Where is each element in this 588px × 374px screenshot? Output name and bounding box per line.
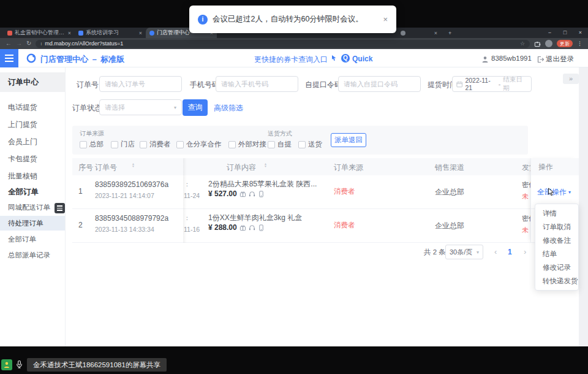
sidebar-item-batch-verify[interactable]: 批量核销 xyxy=(0,168,65,184)
browser-tab-gift-marketing[interactable]: 礼盒营销中心管理中心 × xyxy=(4,28,75,38)
checkbox-icon[interactable] xyxy=(80,141,87,148)
pickup-code-input[interactable] xyxy=(338,76,421,92)
checkbox-icon[interactable] xyxy=(228,141,236,148)
col-seq: 序号 xyxy=(78,162,93,173)
tab-label: 系统培训学习 xyxy=(86,29,137,37)
site-info-icon[interactable]: i xyxy=(40,41,42,47)
sidebar-item-hq-dispatch-log[interactable]: 总部派单记录 xyxy=(0,248,65,262)
menu-item-close-order[interactable]: 结单 xyxy=(535,247,578,261)
logout-button[interactable]: 退出登录 xyxy=(546,55,574,64)
date-range-picker[interactable]: 2022-11-21 - 结束日期 xyxy=(452,76,532,92)
row-source-badge: 消费者 xyxy=(334,187,355,196)
search-button[interactable]: 查询 xyxy=(183,99,208,116)
end-date-placeholder[interactable]: 结束日期 xyxy=(503,75,527,93)
checkbox-icon[interactable] xyxy=(140,141,147,148)
table-row[interactable]: 2 83859345088979792a 2023-11-13 14:33:34… xyxy=(72,209,530,243)
chevron-down-icon: ▾ xyxy=(174,105,176,110)
browser-menu-icon[interactable]: ⋮ xyxy=(577,40,582,47)
sort-icon[interactable]: ▲▼ xyxy=(132,162,135,167)
dispatch-return-button[interactable]: 派单退回 xyxy=(331,133,366,147)
phone-input[interactable] xyxy=(216,76,298,92)
checkbox-icon[interactable] xyxy=(298,141,306,148)
close-icon[interactable]: × xyxy=(383,15,388,24)
right-gutter xyxy=(579,67,588,346)
collapse-panel-button[interactable]: » xyxy=(563,74,579,84)
service-headset-icon xyxy=(249,224,255,231)
page-size-select[interactable]: 30条/页 ▾ xyxy=(445,245,483,259)
page-number[interactable]: 1 xyxy=(508,248,512,256)
url-text: md.maboy.cn/AllOrder?status=1 xyxy=(45,40,517,47)
checkbox-warehouse-share[interactable]: 仓分享合作 xyxy=(176,140,222,149)
checkbox-self-pickup[interactable]: 自提 xyxy=(268,140,292,149)
sidebar-group-all-orders[interactable]: 全部订单 xyxy=(0,184,65,200)
menu-item-cancel-order[interactable]: 订单取消 xyxy=(535,220,578,234)
checkbox-external[interactable]: 外部对接 xyxy=(228,140,266,149)
browser-tab-partial[interactable]: × xyxy=(397,28,441,38)
reload-icon[interactable]: ↻ xyxy=(26,38,31,49)
tab-label: 礼盒营销中心管理中心 xyxy=(15,29,66,37)
quick-q-icon[interactable]: Q xyxy=(341,54,350,63)
prev-page-icon[interactable]: ‹ xyxy=(494,247,497,256)
row-content: 2份精品大果85苹果礼盒装 陕西... xyxy=(208,179,317,189)
table-row[interactable]: 1 83859389251069376a 2023-11-21 14:14:07… xyxy=(72,175,530,209)
order-status-select[interactable]: 请选择 ▾ xyxy=(99,99,182,115)
bookmark-star-icon[interactable]: ☆ xyxy=(520,40,525,47)
plus-icon: + xyxy=(448,30,451,36)
sidebar-item-card-pickup[interactable]: 卡包提货 xyxy=(0,151,65,167)
pagination-total: 共 2 条 xyxy=(424,248,446,257)
tab-close-icon[interactable]: × xyxy=(139,30,142,36)
checkbox-headquarters[interactable]: 总部 xyxy=(80,140,104,149)
checkbox-icon[interactable] xyxy=(176,141,184,148)
row-channel: 企业总部 xyxy=(435,187,464,197)
browser-tab-training[interactable]: 系统培训学习 × xyxy=(75,28,146,38)
window-minimize-icon[interactable]: − xyxy=(542,28,557,38)
checkbox-consumer[interactable]: 消费者 xyxy=(140,140,171,149)
microphone-icon[interactable] xyxy=(15,360,23,372)
advanced-filter-link[interactable]: 高级筛选 xyxy=(214,103,243,113)
browser-update-badge[interactable]: 更新 xyxy=(557,40,573,47)
menu-item-edit-history[interactable]: 修改记录 xyxy=(535,261,578,274)
new-tab-button[interactable]: + xyxy=(445,28,455,38)
forward-icon[interactable]: → xyxy=(16,38,22,49)
menu-item-edit-note[interactable]: 修改备注 xyxy=(535,234,578,247)
table-header-row: 序号 订单号 ▲▼ 订单内容 ▲▼ 订单来源 销售渠道 发货 xyxy=(72,158,530,175)
checkbox-store[interactable]: 门店 xyxy=(111,140,135,149)
tab-close-icon[interactable]: × xyxy=(434,30,437,36)
sidebar-item-door-pickup[interactable]: 上门提货 xyxy=(0,116,65,132)
quick-link[interactable]: Quick xyxy=(352,55,372,63)
coupon-query-link[interactable]: 更快捷的券卡查询入口 xyxy=(254,55,328,65)
fixed-column-shadow xyxy=(183,158,187,243)
col-source: 订单来源 xyxy=(334,162,363,173)
address-box[interactable]: i md.maboy.cn/AllOrder?status=1 ☆ xyxy=(36,40,530,48)
sort-icon[interactable]: ▲▼ xyxy=(264,162,267,167)
next-page-icon[interactable]: › xyxy=(524,247,526,256)
sidebar-item-phone-pickup[interactable]: 电话提货 xyxy=(0,99,65,115)
tab-close-icon[interactable]: × xyxy=(68,30,71,36)
menu-item-details[interactable]: 详情 xyxy=(535,207,578,220)
checkbox-icon[interactable] xyxy=(268,141,275,148)
menu-item-express-ship[interactable]: 转快递发货 xyxy=(535,274,578,288)
browser-profile-avatar[interactable] xyxy=(545,40,552,47)
window-maximize-icon[interactable]: □ xyxy=(557,28,573,38)
window-close-icon[interactable]: × xyxy=(573,28,588,38)
hamburger-menu-button[interactable] xyxy=(0,49,18,67)
checkbox-delivery[interactable]: 送货 xyxy=(298,140,322,149)
order-no-input[interactable] xyxy=(99,76,182,92)
start-date-value[interactable]: 2022-11-21 xyxy=(465,77,496,91)
row-order-time: 2023-11-21 14:14:07 xyxy=(95,192,154,199)
checkbox-label: 仓分享合作 xyxy=(186,140,222,149)
sidebar-drag-handle[interactable] xyxy=(55,203,65,213)
extensions-icon[interactable] xyxy=(534,40,541,47)
sidebar-item-member-visit[interactable]: 会员上门 xyxy=(0,134,65,150)
checkbox-label: 门店 xyxy=(121,140,135,149)
checkbox-icon[interactable] xyxy=(111,141,118,148)
back-icon[interactable]: ← xyxy=(6,38,12,49)
username-label[interactable]: 8385wb1991 xyxy=(491,55,532,62)
checkbox-label: 自提 xyxy=(277,140,292,149)
tab-favicon xyxy=(401,31,405,36)
sidebar-item-all-orders[interactable]: 全部订单 xyxy=(0,232,65,246)
row-content: 1份XX生鲜羊肉礼盒3kg 礼盒 xyxy=(208,213,302,223)
app-logo-icon xyxy=(26,53,37,66)
sidebar-item-pending-orders[interactable]: 待处理订单 xyxy=(0,216,65,231)
row-ship-line2: 未 xyxy=(522,226,529,235)
